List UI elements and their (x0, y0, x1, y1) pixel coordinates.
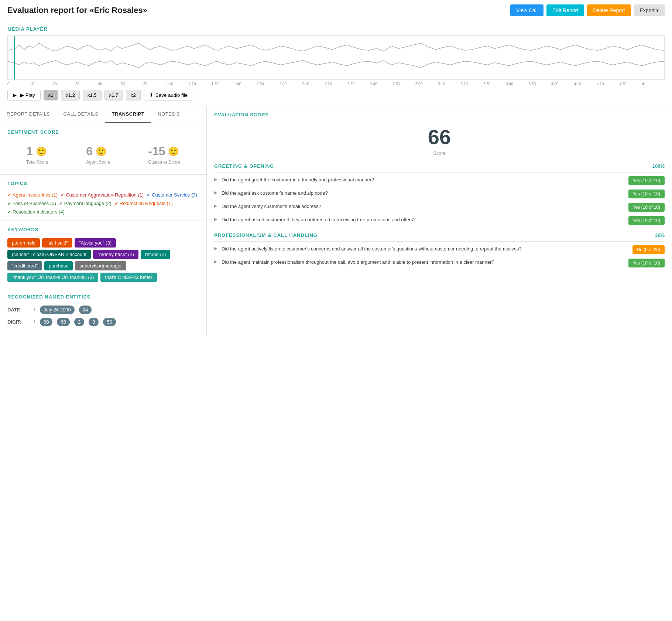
keyword-tag[interactable]: refund (2) (141, 250, 170, 259)
keyword-tag[interactable]: "money back" (2) (93, 250, 138, 259)
entity-tag: 3 (89, 318, 99, 326)
time-tick: 4:00 (551, 82, 574, 86)
keyword-tag[interactable]: "thank you" OR thanks OR thankful (3) (7, 273, 98, 282)
keyword-tag[interactable]: purchase (44, 261, 73, 270)
info-icon[interactable]: ℹ (34, 320, 35, 324)
keyword-tag[interactable]: supervisor|manager (75, 261, 126, 270)
score-value: 1 🙂 (26, 144, 48, 158)
eval-badge: Yes (10 of 10) (628, 216, 665, 225)
eval-badge: Yes (10 of 10) (628, 203, 665, 212)
category-header: PROFESSIONALISM & CALL HANDLING 36% (214, 232, 665, 242)
sentiment-score-item: 6 🙂 Agent Score (86, 144, 110, 165)
expand-arrow-icon[interactable]: ▶ (214, 246, 217, 251)
speed-x1-button[interactable]: x1 (44, 90, 58, 100)
header-buttons: View Call Edit Report Delete Report Expo… (510, 4, 665, 16)
category-section: GREETING & OPENING 100% ▶ Did the agent … (214, 163, 665, 225)
time-tick: 20 (53, 82, 75, 86)
time-tick: 30 (75, 82, 98, 86)
topic-tag[interactable]: ✔ Customer Service (3) (147, 192, 197, 198)
entity-tag: 2 (74, 318, 84, 326)
keyword-tag[interactable]: (cancel* | close) ONEAR:2 account (7, 250, 91, 259)
export-button[interactable]: Export ▾ (634, 4, 665, 16)
page-header: Evaluation report for «Eric Rosales» Vie… (0, 0, 672, 21)
time-tick: 60 (143, 82, 166, 86)
smiley-icon: 🙂 (96, 146, 107, 157)
eval-item: ▶ Did the agent actively listen to custo… (214, 245, 665, 254)
entity-label: DATE: (7, 307, 30, 313)
tab-transcript[interactable]: TRANSCRIPT (105, 106, 151, 123)
right-panel: EVALUATION SCORE 66 Score GREETING & OPE… (207, 106, 672, 336)
time-tick: 4:20 (597, 82, 619, 86)
entity-tag: July 26 2000 (40, 306, 75, 314)
tab-bar: REPORT DETAILS CALL DETAILS TRANSCRIPT N… (0, 106, 206, 123)
category-title: GREETING & OPENING (214, 163, 274, 169)
expand-arrow-icon[interactable]: ▶ (214, 259, 217, 264)
topic-tag[interactable]: ✔ Redirection Requests (1) (114, 201, 173, 206)
checkmark-icon: ✔ (7, 192, 11, 198)
keyword-tag[interactable]: "as I said" (42, 238, 72, 248)
topic-tag[interactable]: ✔ Customer Aggravation-Repetition (1) (61, 192, 144, 198)
entity-label: DIGIT: (7, 319, 30, 325)
tab-report-details[interactable]: REPORT DETAILS (0, 106, 57, 123)
save-audio-button[interactable]: ⬇ Save audio file (144, 90, 193, 100)
evaluation-score-number: 66 (214, 125, 665, 149)
eval-item: ▶ Did the agent greet the customer in a … (214, 176, 665, 185)
checkmark-icon: ✔ (59, 201, 63, 206)
eval-badge: Yes (10 of 10) (628, 190, 665, 198)
checkmark-icon: ✔ (7, 209, 11, 215)
eval-question: Did the agent maintain professionalism t… (222, 259, 624, 266)
entity-row: DIGIT: ℹ 60602350 (7, 318, 199, 326)
keyword-tag[interactable]: "Assist you" (3) (75, 238, 116, 248)
time-tick: 1:20 (189, 82, 211, 86)
edit-report-button[interactable]: Edit Report (546, 4, 584, 16)
time-tick: 2:50 (392, 82, 415, 86)
speed-x1-2-button[interactable]: x1.2 (61, 90, 80, 100)
keyword-tag[interactable]: that's ONEAR:2 better (100, 273, 157, 282)
sentiment-score-item: -15 🙂 Customer Score (148, 144, 180, 165)
topic-tag[interactable]: ✔ Resolution Indicators (4) (7, 209, 65, 215)
left-panel: REPORT DETAILS CALL DETAILS TRANSCRIPT N… (0, 106, 207, 336)
speed-x2-button[interactable]: x2 (126, 90, 141, 100)
entities-section: RECOGNIZED NAMED ENTITIES DATE: ℹ July 2… (0, 288, 206, 336)
player-controls: ▶ ▶ Play x1 x1.2 x1.5 x1.7 x2 ⬇ Save aud… (7, 90, 665, 100)
time-tick: 3:30 (483, 82, 506, 86)
time-tick: 3:10 (438, 82, 460, 86)
eval-item: ▶ Did the agent ask customer's name and … (214, 190, 665, 198)
tab-notes[interactable]: NOTES 3 (151, 106, 186, 123)
keyword-tag[interactable]: "credit card" (7, 261, 42, 270)
info-icon[interactable]: ℹ (34, 307, 35, 312)
sentiment-score-section: SENTIMENT SCORE 1 🙂 Total Score 6 🙂 Agen… (0, 123, 206, 175)
expand-arrow-icon[interactable]: ▶ (214, 217, 217, 222)
time-tick: 3:40 (506, 82, 528, 86)
topic-tag[interactable]: ✔ Agent insecurities (1) (7, 192, 58, 198)
score-value: -15 🙂 (148, 144, 180, 158)
keyword-tag[interactable]: put on hold (7, 238, 40, 248)
topic-tag[interactable]: ✔ Payment language (2) (59, 201, 112, 206)
time-tick: 4:+ (642, 82, 665, 86)
tab-call-details[interactable]: CALL DETAILS (57, 106, 105, 123)
eval-item: ▶ Did the agent maintain professionalism… (214, 259, 665, 267)
expand-arrow-icon[interactable]: ▶ (214, 177, 217, 182)
entity-tag: 50 (103, 318, 116, 326)
speed-x1-5-button[interactable]: x1.5 (83, 90, 102, 100)
category-title: PROFESSIONALISM & CALL HANDLING (214, 232, 318, 238)
category-section: PROFESSIONALISM & CALL HANDLING 36% ▶ Di… (214, 232, 665, 267)
score-label: Customer Score (148, 160, 180, 165)
topic-tag[interactable]: ✔ Loss of Business (5) (7, 201, 56, 206)
waveform-display[interactable]: // We'll use polyline for a rough wavefo… (7, 35, 665, 80)
view-call-button[interactable]: View Call (510, 4, 544, 16)
topics-title: TOPICS (7, 181, 199, 186)
expand-arrow-icon[interactable]: ▶ (214, 190, 217, 195)
delete-report-button[interactable]: Delete Report (587, 4, 631, 16)
play-icon: ▶ (13, 92, 17, 98)
time-tick: 2:40 (370, 82, 392, 86)
score-label: Total Score (26, 160, 48, 165)
expand-arrow-icon[interactable]: ▶ (214, 204, 217, 208)
smiley-icon: 🙂 (168, 146, 179, 157)
score-label: Agent Score (86, 160, 110, 165)
main-content: REPORT DETAILS CALL DETAILS TRANSCRIPT N… (0, 106, 672, 336)
checkmark-icon: ✔ (7, 201, 11, 206)
speed-x1-7-button[interactable]: x1.7 (104, 90, 123, 100)
play-button[interactable]: ▶ ▶ Play (7, 90, 41, 100)
dropdown-arrow-icon: ▾ (656, 7, 659, 13)
